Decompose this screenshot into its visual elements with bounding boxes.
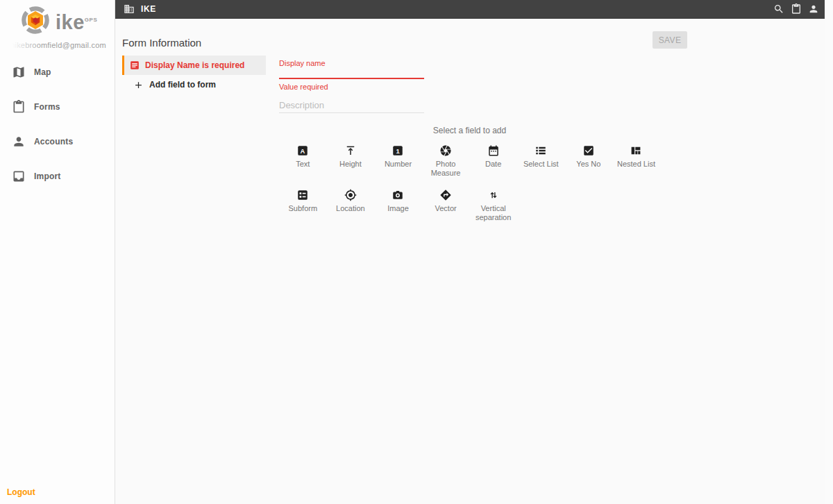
- save-button[interactable]: SAVE: [653, 31, 687, 49]
- field-type-label: Text: [296, 160, 310, 169]
- field-type-photo-measure[interactable]: Photo Measure: [422, 144, 470, 178]
- vertical-separation-icon: [487, 189, 500, 201]
- page-title: Form Information: [122, 37, 201, 49]
- field-type-label: Vertical separation: [469, 204, 517, 222]
- user-email-wrap: mikebroomfield@gmail.com: [0, 38, 115, 51]
- photo-measure-icon: [439, 144, 452, 157]
- logout-button[interactable]: Logout: [7, 487, 35, 497]
- field-type-label: Vector: [435, 204, 456, 213]
- field-type-label: Subform: [289, 204, 318, 213]
- field-type-height[interactable]: Height: [327, 144, 375, 169]
- svg-text:A: A: [301, 148, 305, 155]
- sidebar-item-forms[interactable]: Forms: [0, 90, 115, 124]
- location-icon: [344, 189, 357, 201]
- field-type-yes-no[interactable]: Yes No: [565, 144, 613, 169]
- nested-list-icon: [630, 144, 642, 157]
- ike-logo-icon: [21, 6, 50, 35]
- field-picker-row-2: Subform Location Image: [279, 189, 660, 222]
- field-type-vertical-separation[interactable]: Vertical separation: [469, 189, 517, 222]
- sidebar-item-label: Forms: [34, 102, 60, 112]
- sidebar-nav: Map Forms Accounts Import: [0, 55, 115, 194]
- logo-wordmark: ikeGPS: [56, 6, 97, 37]
- display-name-error: Value required: [279, 83, 328, 91]
- subform-icon: [296, 189, 309, 201]
- issue-label: Display Name is required: [145, 60, 244, 70]
- user-email: mikebroomfield@gmail.com: [8, 41, 106, 49]
- validation-issue-item[interactable]: Display Name is required: [122, 56, 266, 75]
- field-type-number[interactable]: 1 Number: [374, 144, 422, 169]
- app-logo: ikeGPS: [21, 6, 97, 37]
- field-type-nested-list[interactable]: Nested List: [612, 144, 660, 169]
- field-type-select-list[interactable]: Select List: [517, 144, 565, 169]
- yes-no-icon: [582, 144, 595, 157]
- field-type-location[interactable]: Location: [327, 189, 375, 213]
- org-switcher[interactable]: IKE: [124, 3, 156, 15]
- sidebar-item-accounts[interactable]: Accounts: [0, 124, 115, 159]
- field-type-label: Location: [336, 204, 365, 213]
- inbox-icon: [12, 169, 26, 183]
- field-type-image[interactable]: Image: [374, 189, 422, 213]
- field-type-label: Image: [387, 204, 409, 213]
- field-type-label: Photo Measure: [422, 160, 470, 178]
- map-icon: [12, 65, 26, 79]
- add-field-button[interactable]: Add field to form: [122, 75, 266, 94]
- field-type-subform[interactable]: Subform: [279, 189, 327, 213]
- building-icon: [124, 3, 135, 15]
- number-icon: 1: [392, 144, 404, 157]
- image-icon: [392, 189, 404, 201]
- svg-text:1: 1: [396, 148, 400, 155]
- display-name-input[interactable]: [279, 67, 424, 79]
- main-content: Form Information SAVE Display Name is re…: [115, 19, 825, 504]
- notes-icon: [130, 60, 140, 70]
- select-list-icon: [535, 144, 547, 157]
- field-type-label: Date: [485, 160, 501, 169]
- sidebar-item-map[interactable]: Map: [0, 55, 115, 90]
- scrollbar-track[interactable]: [825, 0, 833, 504]
- field-type-label: Nested List: [617, 160, 655, 169]
- sidebar-item-label: Map: [34, 67, 51, 77]
- text-icon: A: [296, 144, 309, 157]
- plus-icon: [133, 80, 144, 90]
- sidebar: ikeGPS mikebroomfield@gmail.com Map Form…: [0, 0, 115, 504]
- add-field-label: Add field to form: [149, 80, 216, 90]
- field-type-label: Select List: [523, 160, 559, 169]
- field-type-text[interactable]: A Text: [279, 144, 327, 169]
- field-type-vector[interactable]: Vector: [422, 189, 470, 213]
- topbar: IKE: [115, 0, 825, 19]
- field-type-label: Number: [385, 160, 412, 169]
- sidebar-item-import[interactable]: Import: [0, 159, 115, 194]
- description-input[interactable]: [279, 97, 424, 113]
- field-type-label: Height: [339, 160, 362, 169]
- height-icon: [344, 144, 357, 157]
- search-icon[interactable]: [773, 3, 784, 15]
- clipboard-icon[interactable]: [791, 3, 802, 15]
- field-type-label: Yes No: [576, 160, 600, 169]
- field-picker-prompt: Select a field to add: [279, 126, 660, 135]
- logo-superscript: GPS: [85, 17, 97, 23]
- sidebar-item-label: Import: [34, 171, 61, 181]
- clipboard-icon: [12, 100, 26, 114]
- field-picker: Select a field to add A Text Height 1: [279, 126, 660, 222]
- field-type-date[interactable]: Date: [469, 144, 517, 169]
- date-icon: [487, 144, 500, 157]
- org-title: IKE: [141, 4, 156, 14]
- vector-icon: [439, 189, 452, 201]
- field-picker-row-1: A Text Height 1 Number: [279, 144, 660, 178]
- person-icon: [12, 135, 26, 149]
- sidebar-item-label: Accounts: [34, 137, 73, 146]
- user-icon[interactable]: [808, 3, 819, 15]
